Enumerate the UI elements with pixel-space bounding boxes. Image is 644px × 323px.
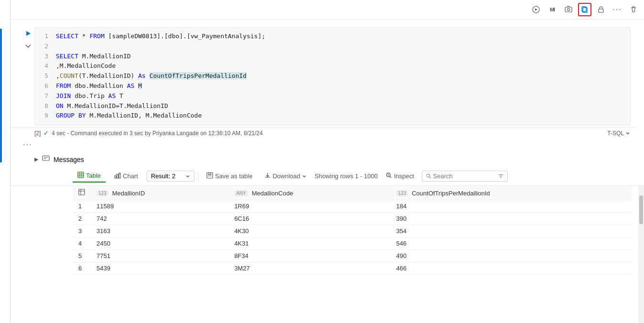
row-number: 5 — [73, 250, 91, 262]
cell-medallion-id: 3163 — [91, 225, 228, 237]
more-icon[interactable]: ··· — [611, 3, 624, 16]
divider-1 — [198, 172, 199, 181]
cell-medallion-code: 1R69 — [228, 200, 390, 213]
expand-messages-btn[interactable]: ▶ — [34, 156, 38, 162]
svg-rect-8 — [207, 172, 213, 178]
col-count-trips: 123CountOfTripsPerMedallionId — [390, 186, 633, 200]
code-content: 1 SELECT * FROM [sampleDW0813].[dbo].[vw… — [35, 32, 630, 121]
cell-count-trips: 354 — [390, 225, 633, 237]
cell-medallion-code: 8F34 — [228, 250, 390, 262]
inspect-icon — [386, 172, 392, 180]
code-line-8: 8 ON M.MedallionID=T.MedallionID — [41, 101, 624, 111]
table-row: 2 742 6C16 390 — [73, 213, 633, 225]
scrollbar[interactable] — [638, 186, 644, 323]
cell-medallion-code: 4K31 — [228, 237, 390, 250]
inspect-btn[interactable]: Inspect — [382, 170, 418, 182]
table-row: 5 7751 8F34 490 — [73, 250, 633, 262]
run-icon[interactable] — [529, 3, 543, 16]
save-as-table-btn[interactable]: Save as table — [203, 170, 257, 182]
download-btn[interactable]: Download — [260, 170, 311, 182]
result-selector[interactable]: Result: 2 — [147, 171, 194, 182]
cell-medallion-code: 3M27 — [228, 262, 390, 275]
cell-medallion-id: 5439 — [91, 262, 228, 275]
table-row: 1 11589 1R69 184 — [73, 200, 633, 213]
rows-info: Showing rows 1 - 1000 — [314, 172, 377, 180]
status-message: 4 sec - Command executed in 3 sec by Pri… — [52, 130, 263, 137]
left-bar — [0, 0, 11, 323]
copy-icon[interactable] — [578, 3, 591, 16]
cell-count-trips: 184 — [390, 200, 633, 213]
cell-medallion-id: 7751 — [91, 250, 228, 262]
row-number: 6 — [73, 262, 91, 275]
ml-icon[interactable]: Ml — [546, 3, 559, 16]
tab-table[interactable]: Table — [73, 170, 106, 183]
code-line-7: 7 JOIN dbo.Trip AS T — [41, 91, 624, 101]
cell-medallion-id: 742 — [91, 213, 228, 225]
download-icon — [264, 172, 271, 180]
search-box[interactable] — [422, 171, 508, 182]
svg-point-2 — [568, 9, 570, 11]
scrollbar-thumb[interactable] — [639, 195, 643, 224]
svg-rect-6 — [43, 156, 49, 161]
tab-table-label: Table — [86, 172, 101, 179]
cell-medallion-id: 11589 — [91, 200, 228, 213]
inspect-label: Inspect — [394, 172, 414, 180]
run-button[interactable] — [23, 28, 33, 39]
code-line-1: 1 SELECT * FROM [sampleDW0813].[dbo].[vw… — [41, 32, 624, 42]
status-left: [2] ✓ 4 sec - Command executed in 3 sec … — [34, 129, 263, 137]
data-table: 123MedallionID ANYMedallionCode 123Count… — [73, 186, 633, 275]
filter-icon[interactable] — [498, 173, 504, 179]
table-body: 1 11589 1R69 184 2 742 6C16 390 3 3163 4… — [73, 200, 633, 275]
run-controls — [23, 28, 33, 51]
status-bar: [2] ✓ 4 sec - Command executed in 3 sec … — [11, 127, 636, 139]
delete-icon[interactable] — [627, 3, 640, 16]
tsql-badge: T-SQL — [607, 130, 631, 137]
results-toolbar: Table Chart Result: 2 Save as table — [11, 167, 644, 186]
check-icon: ✓ — [43, 129, 49, 137]
code-line-6: 6 FROM dbo.Medallion AS M — [41, 81, 624, 91]
save-as-table-label: Save as table — [215, 172, 253, 180]
code-line-2: 2 — [41, 42, 624, 52]
cell-count-trips: 390 — [390, 213, 633, 225]
search-input[interactable] — [433, 172, 496, 180]
svg-rect-1 — [565, 7, 572, 12]
row-number: 1 — [73, 200, 91, 213]
table-row: 6 5439 3M27 466 — [73, 262, 633, 275]
expand-button[interactable] — [23, 41, 33, 51]
svg-rect-11 — [79, 189, 85, 195]
tab-chart-label: Chart — [123, 172, 138, 180]
cell-medallion-id: 2450 — [91, 237, 228, 250]
svg-point-10 — [427, 174, 430, 178]
lock-icon[interactable] — [594, 3, 608, 16]
table-header-row: 123MedallionID ANYMedallionCode 123Count… — [73, 186, 633, 200]
table-row: 3 3163 4K30 354 — [73, 225, 633, 237]
col-row-icon — [73, 186, 91, 200]
row-number: 2 — [73, 213, 91, 225]
svg-rect-5 — [599, 9, 603, 12]
messages-section: ▶ Messages — [11, 151, 644, 167]
more-dots[interactable]: ··· — [11, 139, 644, 151]
save-icon — [206, 172, 213, 180]
cell-count-trips: 546 — [390, 237, 633, 250]
chart-tab-icon — [114, 172, 121, 180]
tab-chart[interactable]: Chart — [109, 170, 143, 182]
messages-label: Messages — [54, 156, 84, 163]
data-table-container: 123MedallionID ANYMedallionCode 123Count… — [11, 186, 638, 323]
cell-medallion-code: 4K30 — [228, 225, 390, 237]
table-area: 123MedallionID ANYMedallionCode 123Count… — [11, 186, 644, 323]
camera-icon[interactable] — [562, 3, 575, 16]
cell-count-trips: 466 — [390, 262, 633, 275]
table-row: 4 2450 4K31 546 — [73, 237, 633, 250]
col-medallion-id: 123MedallionID — [91, 186, 228, 200]
cell-count-trips: 490 — [390, 250, 633, 262]
result-selector-value: Result: 2 — [151, 172, 175, 180]
table-tab-icon — [77, 172, 84, 180]
col-medallion-code: ANYMedallionCode — [228, 186, 390, 200]
cell-ref: [2] — [34, 130, 41, 137]
main-container: Ml ··· — [0, 0, 644, 323]
table-header-icon — [78, 189, 85, 195]
code-line-4: 4 ,M.MedallionCode — [41, 61, 624, 71]
row-number: 4 — [73, 237, 91, 250]
row-number: 3 — [73, 225, 91, 237]
message-icon — [42, 155, 50, 164]
